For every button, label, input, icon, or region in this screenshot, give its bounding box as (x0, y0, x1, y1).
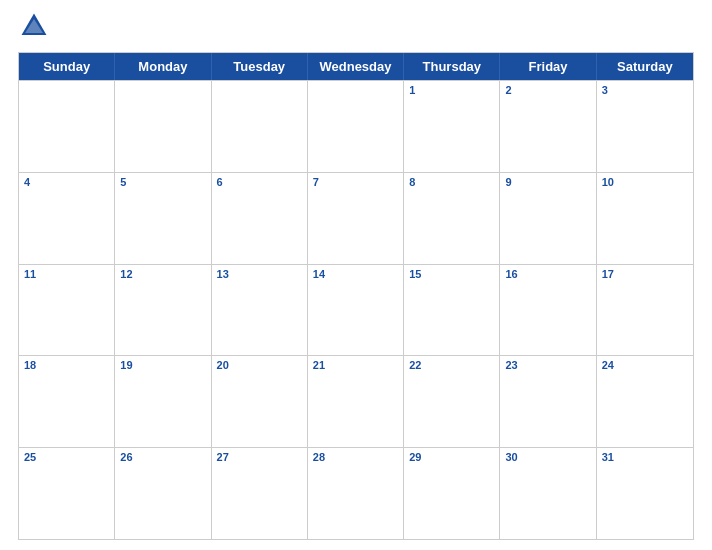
day-cell-22: 22 (404, 356, 500, 447)
day-cell-8: 8 (404, 173, 500, 264)
day-cell-11: 11 (19, 265, 115, 356)
header (18, 10, 694, 46)
day-number: 10 (602, 176, 688, 188)
day-cell-30: 30 (500, 448, 596, 539)
day-number: 27 (217, 451, 302, 463)
day-header-friday: Friday (500, 53, 596, 80)
day-number: 6 (217, 176, 302, 188)
day-number: 25 (24, 451, 109, 463)
day-cell-12: 12 (115, 265, 211, 356)
day-cell-24: 24 (597, 356, 693, 447)
day-number: 29 (409, 451, 494, 463)
day-cell-18: 18 (19, 356, 115, 447)
day-number: 31 (602, 451, 688, 463)
week-row-1: 123 (19, 80, 693, 172)
day-cell-10: 10 (597, 173, 693, 264)
day-number: 5 (120, 176, 205, 188)
day-cell-7: 7 (308, 173, 404, 264)
week-row-5: 25262728293031 (19, 447, 693, 539)
day-header-monday: Monday (115, 53, 211, 80)
day-number: 8 (409, 176, 494, 188)
day-cell-3: 3 (597, 81, 693, 172)
day-number: 15 (409, 268, 494, 280)
day-cell-28: 28 (308, 448, 404, 539)
day-cell-29: 29 (404, 448, 500, 539)
day-cell-5: 5 (115, 173, 211, 264)
day-cell-17: 17 (597, 265, 693, 356)
calendar-page: SundayMondayTuesdayWednesdayThursdayFrid… (0, 0, 712, 550)
day-number: 4 (24, 176, 109, 188)
day-cell-27: 27 (212, 448, 308, 539)
day-cell-31: 31 (597, 448, 693, 539)
day-number: 22 (409, 359, 494, 371)
day-number: 18 (24, 359, 109, 371)
day-cell-empty (212, 81, 308, 172)
logo (18, 10, 54, 42)
day-number: 11 (24, 268, 109, 280)
day-header-wednesday: Wednesday (308, 53, 404, 80)
day-number: 2 (505, 84, 590, 96)
day-number: 23 (505, 359, 590, 371)
day-cell-1: 1 (404, 81, 500, 172)
weeks-container: 1234567891011121314151617181920212223242… (19, 80, 693, 539)
day-number: 19 (120, 359, 205, 371)
day-cell-6: 6 (212, 173, 308, 264)
day-cell-26: 26 (115, 448, 211, 539)
calendar-grid: SundayMondayTuesdayWednesdayThursdayFrid… (18, 52, 694, 540)
day-cell-25: 25 (19, 448, 115, 539)
day-number: 28 (313, 451, 398, 463)
day-header-sunday: Sunday (19, 53, 115, 80)
day-cell-16: 16 (500, 265, 596, 356)
day-cell-13: 13 (212, 265, 308, 356)
day-cell-empty (308, 81, 404, 172)
day-number: 9 (505, 176, 590, 188)
day-number: 1 (409, 84, 494, 96)
week-row-4: 18192021222324 (19, 355, 693, 447)
day-headers-row: SundayMondayTuesdayWednesdayThursdayFrid… (19, 53, 693, 80)
week-row-3: 11121314151617 (19, 264, 693, 356)
day-number: 30 (505, 451, 590, 463)
day-number: 12 (120, 268, 205, 280)
logo-icon (18, 10, 50, 42)
day-number: 26 (120, 451, 205, 463)
day-header-thursday: Thursday (404, 53, 500, 80)
day-cell-21: 21 (308, 356, 404, 447)
day-number: 13 (217, 268, 302, 280)
day-cell-19: 19 (115, 356, 211, 447)
day-number: 14 (313, 268, 398, 280)
day-cell-2: 2 (500, 81, 596, 172)
day-number: 7 (313, 176, 398, 188)
day-cell-23: 23 (500, 356, 596, 447)
day-number: 21 (313, 359, 398, 371)
day-header-tuesday: Tuesday (212, 53, 308, 80)
day-cell-empty (19, 81, 115, 172)
day-number: 17 (602, 268, 688, 280)
day-number: 16 (505, 268, 590, 280)
day-cell-15: 15 (404, 265, 500, 356)
week-row-2: 45678910 (19, 172, 693, 264)
day-cell-9: 9 (500, 173, 596, 264)
day-cell-4: 4 (19, 173, 115, 264)
day-header-saturday: Saturday (597, 53, 693, 80)
day-cell-empty (115, 81, 211, 172)
day-number: 24 (602, 359, 688, 371)
day-cell-14: 14 (308, 265, 404, 356)
day-number: 3 (602, 84, 688, 96)
day-cell-20: 20 (212, 356, 308, 447)
day-number: 20 (217, 359, 302, 371)
